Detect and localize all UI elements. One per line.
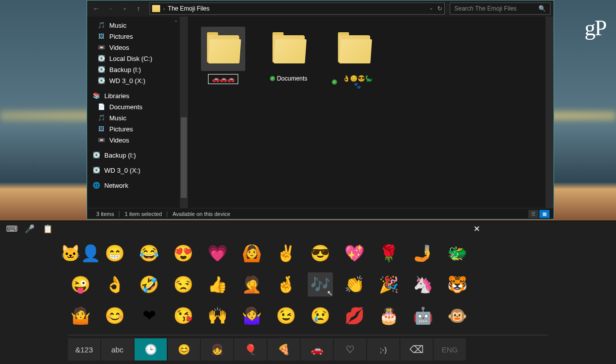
microphone-icon[interactable]: 🎤 <box>25 224 34 233</box>
emoji-key[interactable]: 😁 <box>102 241 127 265</box>
emoji-key[interactable]: 💗 <box>205 241 230 265</box>
sidebar-item-documents[interactable]: 📄Documents <box>87 101 188 112</box>
osk-tab-symbol[interactable]: ⌫ <box>400 338 433 360</box>
osk-tab-symbol[interactable]: ♡ <box>334 338 366 360</box>
emoji-key[interactable]: 😜 <box>68 272 93 297</box>
emoji-key[interactable]: 😘 <box>171 304 196 328</box>
nav-recent-dropdown[interactable]: ▾ <box>118 3 130 15</box>
emoji-key[interactable]: 👏 <box>342 272 367 297</box>
emoji-key[interactable]: 🤳 <box>410 241 436 265</box>
sidebar-item-backup-i-[interactable]: 💽Backup (I:) <box>87 150 188 161</box>
emoji-key[interactable]: 😢 <box>308 304 333 328</box>
emoji-key[interactable]: 🙌 <box>205 304 230 328</box>
emoji-key[interactable]: 🐯 <box>445 272 470 297</box>
emoji-key[interactable]: 🤣 <box>136 272 162 297</box>
folder-item[interactable]: 🚗🚗🚗 <box>198 27 248 84</box>
icons-view-button[interactable]: ▦ <box>539 210 550 218</box>
emoji-key[interactable]: 😎 <box>308 241 333 265</box>
emoji-key[interactable]: 🤦 <box>239 272 264 297</box>
clipboard-icon[interactable]: 📋 <box>43 224 52 233</box>
sidebar-item-music[interactable]: 🎵Music <box>87 112 188 123</box>
nav-back-button[interactable]: ← <box>90 3 102 15</box>
emoji-key[interactable]: 🤷‍♀️ <box>239 304 264 328</box>
scrollbar-thumb[interactable] <box>181 117 187 198</box>
search-input[interactable]: Search The Emoji Files 🔍 <box>450 3 551 15</box>
nav-up-button[interactable]: ↑ <box>132 3 145 15</box>
emoji-key[interactable]: ✌ <box>273 241 299 265</box>
sidebar-item-network[interactable]: 🌐Network <box>87 180 188 191</box>
emoji-key[interactable]: 👌 <box>102 272 127 297</box>
osk-tab-ENG[interactable]: ENG <box>434 338 466 360</box>
emoji-key[interactable]: 🌹 <box>376 241 401 265</box>
content-scrollbar[interactable] <box>545 17 554 208</box>
navigation-pane[interactable]: ⌃ 🎵Music🖼Pictures📼Videos💽Local Disk (C:)… <box>87 17 188 208</box>
emoji-key[interactable]: 🦄 <box>410 272 436 297</box>
close-keyboard-button[interactable]: ✕ <box>473 224 480 234</box>
sidebar-item-videos[interactable]: 📼Videos <box>87 42 188 53</box>
osk-tab-abc[interactable]: abc <box>101 338 133 360</box>
osk-tab-symbol[interactable]: ;-) <box>367 338 399 360</box>
search-icon[interactable]: 🔍 <box>538 5 546 12</box>
sidebar-item-label: WD 3_0 (X:) <box>109 77 146 85</box>
folder-rename-input[interactable]: 🚗🚗🚗 <box>208 74 238 84</box>
folder-item[interactable]: ✓👌😊😎🦕🐾 <box>329 27 379 90</box>
emoji-key[interactable]: 😍 <box>171 241 196 265</box>
sidebar-item-videos[interactable]: 📼Videos <box>87 134 188 145</box>
sidebar-item-wd-3-0-x-[interactable]: 💽WD 3_0 (X:) <box>87 165 188 176</box>
chevron-up-icon[interactable]: ⌃ <box>174 20 178 25</box>
emoji-key[interactable]: 💖 <box>342 241 367 265</box>
emoji-key[interactable]: 🐱‍👤 <box>68 241 93 265</box>
sidebar-item-pictures[interactable]: 🖼Pictures <box>87 31 188 42</box>
folder-item[interactable]: ✓Documents <box>263 27 314 83</box>
osk-tab-symbol[interactable]: 🚗 <box>301 338 333 360</box>
file-explorer-window: ← → ▾ ↑ › The Emoji Files ⌄ ↻ Search The… <box>87 0 554 220</box>
emoji-key[interactable]: 😂 <box>136 241 162 265</box>
keyboard-dock-icon[interactable]: ⌨ <box>7 224 16 233</box>
emoji-key[interactable]: 🎶 <box>308 272 333 297</box>
refresh-button[interactable]: ↻ <box>437 5 442 12</box>
emoji-key[interactable]: 😉 <box>273 304 299 328</box>
sidebar-item-label: Videos <box>109 44 129 51</box>
chevron-right-icon: › <box>163 6 165 12</box>
osk-tab-123[interactable]: &123 <box>68 338 100 360</box>
sidebar-item-label: Music <box>109 114 126 122</box>
emoji-key[interactable]: 👍 <box>205 272 230 297</box>
details-view-button[interactable]: ☰ <box>528 210 538 218</box>
sidebar-item-backup-i-[interactable]: 💽Backup (I:) <box>87 64 188 75</box>
osk-tab-symbol[interactable]: 😊 <box>168 338 200 360</box>
emoji-key[interactable]: 😊 <box>102 304 127 328</box>
emoji-key[interactable]: 🤷 <box>68 304 93 328</box>
emoji-key[interactable]: 🙆 <box>239 241 264 265</box>
sidebar-scrollbar[interactable] <box>180 17 188 208</box>
folder-content-area[interactable]: 🚗🚗🚗 ✓Documents ✓👌😊😎🦕🐾 <box>188 17 554 208</box>
osk-tab-symbol[interactable]: 🍕 <box>267 338 300 360</box>
emoji-key[interactable]: 🎉 <box>376 272 401 297</box>
osk-tab-symbol[interactable]: 🎈 <box>234 338 266 360</box>
folder-label: ✓Documents <box>267 74 311 83</box>
folder-icon <box>272 35 305 62</box>
sidebar-item-label: Pictures <box>109 33 133 40</box>
dropdown-icon[interactable]: ⌄ <box>429 5 433 12</box>
emoji-key[interactable]: 🤖 <box>410 304 436 328</box>
sidebar-item-music[interactable]: 🎵Music <box>87 20 188 31</box>
nav-forward-button[interactable]: → <box>104 3 116 15</box>
osk-tab-symbol[interactable]: 🕒 <box>134 338 167 360</box>
emoji-key[interactable]: 😒 <box>171 272 196 297</box>
sidebar-item-icon: 📼 <box>97 43 105 51</box>
emoji-key[interactable]: 🎂 <box>376 304 401 328</box>
emoji-key[interactable]: 🐲 <box>445 241 470 265</box>
emoji-key[interactable]: 🐵 <box>445 304 470 328</box>
sidebar-item-local-disk-c-[interactable]: 💽Local Disk (C:) <box>87 53 188 64</box>
sidebar-item-icon: 🎵 <box>97 114 105 122</box>
osk-category-tabs: &123abc🕒😊👧🎈🍕🚗♡;-)⌫ENG <box>0 335 616 360</box>
address-bar[interactable]: › The Emoji Files ⌄ ↻ <box>150 3 445 15</box>
sidebar-item-icon: 🌐 <box>92 181 100 189</box>
sidebar-item-pictures[interactable]: 🖼Pictures <box>87 123 188 134</box>
emoji-key[interactable]: 💋 <box>342 304 367 328</box>
breadcrumb[interactable]: The Emoji Files <box>168 5 210 12</box>
osk-tab-symbol[interactable]: 👧 <box>201 338 233 360</box>
sidebar-item-wd-3-0-x-[interactable]: 💽WD 3_0 (X:) <box>87 75 188 86</box>
sidebar-item-libraries[interactable]: 📚Libraries <box>87 90 188 101</box>
emoji-key[interactable]: ❤ <box>136 304 162 328</box>
emoji-key[interactable]: 🤞 <box>273 272 299 297</box>
